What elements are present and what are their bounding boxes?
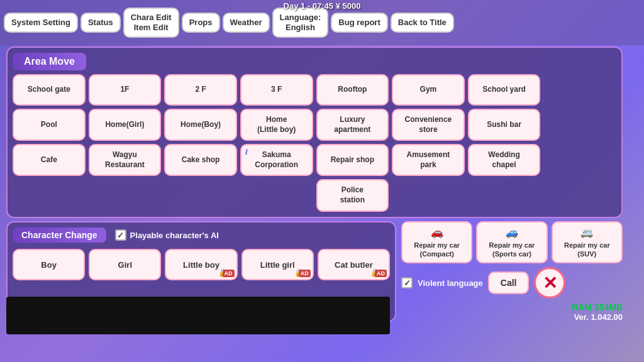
area-move-panel: Area Move School gate 1F 2 F 3 F Rooftop… — [6, 47, 623, 218]
area-btn-wagyu-restaurant[interactable]: WagyuRestaurant — [89, 144, 162, 176]
area-btn-wedding-chapel[interactable]: Weddingchapel — [468, 144, 541, 176]
right-panel: 🚗 Repair my car(Compact) 🚙 Repair my car… — [401, 221, 623, 322]
system-setting-button[interactable]: System Setting — [4, 13, 78, 33]
area-btn-sakuma-corporation[interactable]: i SakumaCorporation — [240, 144, 313, 176]
ad-badge: AD — [299, 270, 311, 277]
playable-ai-label: Playable character's AI — [130, 231, 219, 240]
area-btn-pool[interactable]: Pool — [13, 109, 86, 141]
violent-language-row: ✓ Violent language Call ✕ — [401, 267, 623, 299]
sports-car-icon: 🚙 — [482, 226, 541, 239]
chara-edit-button[interactable]: Chara EditItem Edit — [123, 8, 179, 37]
repair-suv-button[interactable]: 🚐 Repair my car(SUV) — [552, 221, 623, 263]
top-bar: Day 1 - 07:45 ¥ 5000 System Setting Stat… — [0, 0, 644, 45]
call-button[interactable]: Call — [488, 272, 530, 294]
back-to-title-button[interactable]: Back to Title — [391, 13, 454, 33]
character-change-header: Character Change — [13, 228, 106, 243]
playable-ai-checkbox[interactable]: ✓ — [115, 229, 126, 241]
area-btn-convenience-store[interactable]: Conveniencestore — [392, 109, 465, 141]
language-button[interactable]: Language:English — [272, 8, 329, 37]
close-icon: ✕ — [543, 273, 557, 293]
char-btn-cat-butler[interactable]: Cat butler 🔒 AD — [318, 249, 390, 280]
bug-report-button[interactable]: Bug report — [331, 13, 387, 33]
close-button[interactable]: ✕ — [534, 267, 565, 299]
area-btn-2f[interactable]: 2 F — [164, 74, 237, 106]
area-btn-rooftop[interactable]: Rooftop — [316, 74, 389, 106]
area-move-header: Area Move — [13, 53, 86, 70]
day-info: Day 1 - 07:45 ¥ 5000 — [284, 1, 361, 11]
black-box — [6, 297, 390, 334]
area-btn-cafe[interactable]: Cafe — [13, 144, 86, 176]
area-btn-school-yard[interactable]: School yard — [468, 74, 541, 106]
area-btn-cake-shop[interactable]: Cake shop — [164, 144, 237, 176]
area-btn-3f[interactable]: 3 F — [240, 74, 313, 106]
area-btn-home-little-boy[interactable]: Home(Little boy) — [240, 109, 313, 141]
repair-sports-button[interactable]: 🚙 Repair my car(Sports car) — [476, 221, 547, 263]
status-button[interactable]: Status — [80, 13, 121, 33]
area-btn-sushi-bar[interactable]: Sushi bar — [468, 109, 541, 141]
area-btn-home-girl[interactable]: Home(Girl) — [89, 109, 162, 141]
area-grid: School gate 1F 2 F 3 F Rooftop Gym Schoo… — [13, 74, 616, 212]
weather-button[interactable]: Weather — [223, 13, 270, 33]
area-btn-police-station[interactable]: Policestation — [316, 179, 389, 211]
suv-car-icon: 🚐 — [558, 226, 616, 239]
area-btn-amusement-park[interactable]: Amusementpark — [392, 144, 465, 176]
violent-language-label: Violent language — [418, 278, 483, 288]
area-btn-1f[interactable]: 1F — [89, 74, 162, 106]
ram-display: RAM 354MB — [401, 302, 623, 312]
char-btn-boy[interactable]: Boy — [13, 249, 85, 280]
ad-badge: AD — [375, 270, 387, 277]
playable-ai-row: ✓ Playable character's AI — [115, 229, 219, 241]
props-button[interactable]: Props — [182, 13, 220, 33]
character-grid: Boy Girl Little boy 🔒 AD Little girl 🔒 A… — [13, 249, 390, 280]
area-btn-luxury-apartment[interactable]: Luxuryapartment — [316, 109, 389, 141]
ad-badge: AD — [223, 270, 235, 277]
violent-language-checkbox[interactable]: ✓ — [401, 277, 413, 288]
info-icon: i — [245, 147, 248, 158]
char-btn-little-boy[interactable]: Little boy 🔒 AD — [165, 249, 237, 280]
system-info: RAM 354MB Ver. 1.042.00 — [401, 302, 623, 322]
repair-compact-button[interactable]: 🚗 Repair my car(Compact) — [401, 221, 472, 263]
version-display: Ver. 1.042.00 — [401, 312, 623, 322]
compact-car-icon: 🚗 — [408, 226, 466, 239]
area-btn-school-gate[interactable]: School gate — [13, 74, 86, 106]
area-btn-home-boy[interactable]: Home(Boy) — [164, 109, 237, 141]
repair-row: 🚗 Repair my car(Compact) 🚙 Repair my car… — [401, 221, 623, 263]
char-btn-girl[interactable]: Girl — [89, 249, 161, 280]
char-btn-little-girl[interactable]: Little girl 🔒 AD — [242, 249, 314, 280]
area-btn-gym[interactable]: Gym — [392, 74, 465, 106]
area-btn-repair-shop[interactable]: Repair shop — [316, 144, 389, 176]
